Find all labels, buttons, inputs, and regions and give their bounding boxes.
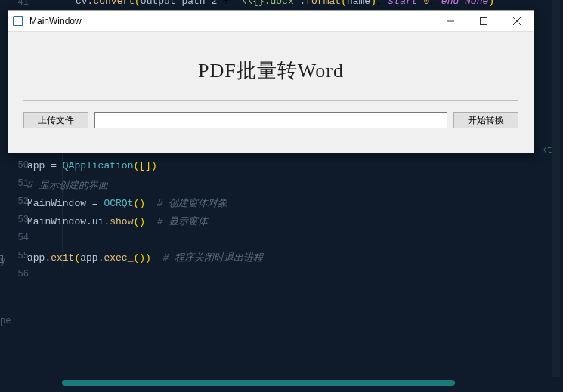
- code-line-41: cv.convert(output_path_2 + "\\{}.docx".f…: [76, 0, 494, 7]
- token: MainWindow: [27, 198, 86, 209]
- token: # 创建窗体对象: [157, 198, 228, 209]
- scrollbar-thumb[interactable]: [62, 380, 455, 386]
- token: =: [86, 198, 104, 209]
- svg-rect-1: [481, 17, 487, 24]
- window-title: MainWindow: [29, 16, 434, 26]
- code-line: app.exit(app.exec_()) # 程序关闭时退出进程: [0, 251, 563, 269]
- titlebar[interactable]: MainWindow: [8, 11, 534, 32]
- token: cv: [76, 0, 88, 7]
- maximize-icon: [480, 17, 487, 25]
- token: # 显示窗体: [157, 216, 209, 227]
- close-icon: [513, 17, 521, 25]
- minimize-button[interactable]: [434, 11, 467, 32]
- token: end: [441, 0, 459, 7]
- code-line: MainWindow.ui.show() # 显示窗体: [0, 215, 563, 233]
- token: show: [110, 216, 133, 227]
- token: QApplication: [63, 160, 134, 171]
- code-line: [0, 233, 563, 251]
- vertical-scrollbar[interactable]: [552, 0, 560, 377]
- token: MainWindow: [27, 216, 86, 227]
- token: convert: [93, 0, 135, 7]
- upload-button[interactable]: 上传文件: [23, 112, 88, 128]
- token: app: [27, 252, 45, 264]
- code-line: MainWindow = OCRQt() # 创建窗体对象: [0, 196, 563, 215]
- file-path-input[interactable]: [94, 112, 447, 128]
- code-line: app = QApplication([]): [0, 160, 563, 178]
- code-body[interactable]: app = QApplication([]) # 显示创建的界面 MainWin…: [0, 160, 563, 287]
- start-convert-button[interactable]: 开始转换: [453, 112, 518, 128]
- separator: [23, 100, 518, 101]
- token: # 程序关闭时退出进程: [163, 252, 264, 264]
- form-row: 上传文件 开始转换: [23, 112, 518, 128]
- token: +: [217, 0, 234, 7]
- close-button[interactable]: [500, 11, 534, 32]
- minimize-icon: [447, 17, 454, 25]
- token: OCRQt: [104, 198, 133, 209]
- token: start: [388, 0, 418, 7]
- token: output_path_2: [141, 0, 217, 7]
- main-window-dialog: MainWindow PDF批量转Word 上传文件 开始转换: [8, 10, 534, 153]
- dialog-body: PDF批量转Word 上传文件 开始转换: [8, 32, 534, 128]
- horizontal-scrollbar[interactable]: [62, 380, 548, 387]
- page-title: PDF批量转Word: [23, 57, 518, 84]
- code-line: # 显示创建的界面: [0, 178, 563, 196]
- token: "\\{}.docx": [235, 0, 300, 7]
- token: app: [27, 160, 45, 171]
- token: =: [45, 160, 62, 171]
- token: None: [465, 0, 488, 7]
- token: # 显示创建的界面: [27, 180, 108, 191]
- app-icon: [13, 16, 23, 26]
- side-label: kt: [542, 145, 552, 156]
- token: exec_: [104, 252, 133, 264]
- gutter-line-41: 41: [0, 0, 36, 8]
- maximize-button[interactable]: [467, 11, 500, 32]
- token: format: [305, 0, 341, 7]
- side-label: pe: [0, 316, 11, 326]
- side-label: y: [0, 256, 5, 267]
- token: exit: [51, 252, 74, 264]
- code-line: [0, 269, 563, 287]
- token: name: [347, 0, 370, 7]
- token: .ui.: [86, 216, 110, 227]
